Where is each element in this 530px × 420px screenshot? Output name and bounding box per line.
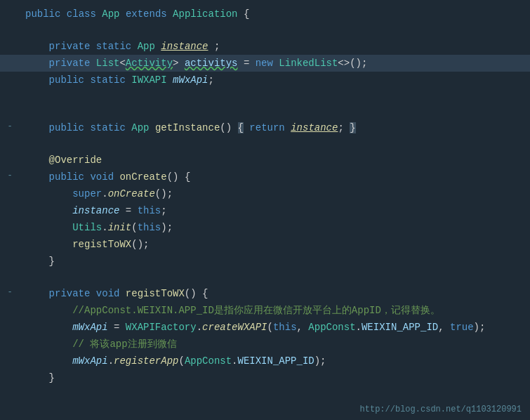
line-content: // 将该app注册到微信 (20, 336, 530, 352)
line-gutter (0, 105, 20, 105)
code-line: @Override (0, 152, 530, 169)
line-content: } (20, 370, 530, 386)
line-gutter (0, 270, 20, 271)
line-gutter (0, 6, 20, 7)
line-content: mWxApi.registerApp(AppConst.WEIXIN_APP_I… (20, 353, 530, 369)
code-line: registToWX(); (0, 236, 530, 253)
line-content: registToWX(); (20, 237, 530, 252)
line-content: public void onCreate() { (20, 169, 530, 185)
line-content: mWxApi = WXAPIFactory.createWXAPI(this, … (20, 320, 530, 335)
line-gutter (0, 72, 20, 73)
code-line: // 将该app注册到微信 (0, 336, 530, 353)
line-gutter (0, 303, 20, 303)
watermark-url: http://blog.csdn.net/q1103120991 (360, 405, 522, 414)
line-content: super.onCreate(); (20, 186, 530, 202)
code-line: private static App instance ; (0, 38, 530, 55)
line-content: Utils.init(this); (20, 220, 530, 235)
line-content: public static IWXAPI mWxApi; (20, 72, 530, 88)
code-line: - public void onCreate() { (0, 169, 530, 185)
line-gutter (0, 370, 20, 371)
code-line: mWxApi = WXAPIFactory.createWXAPI(this, … (0, 319, 530, 336)
code-line: public class App extends Application { (0, 6, 530, 22)
code-line (0, 136, 530, 152)
code-line (0, 104, 530, 119)
line-gutter (0, 336, 20, 337)
code-line (0, 88, 530, 104)
code-line: } (0, 369, 530, 386)
line-gutter (0, 320, 20, 320)
code-line: - private void registToWX() { (0, 285, 530, 302)
code-line: super.onCreate(); (0, 185, 530, 202)
line-gutter (0, 237, 20, 237)
code-line: mWxApi.registerApp(AppConst.WEIXIN_APP_I… (0, 353, 530, 369)
code-line: instance = this; (0, 202, 530, 219)
code-line: public static IWXAPI mWxApi; (0, 72, 530, 88)
code-line: private List<Activity> activitys = new L… (0, 55, 530, 72)
line-gutter (0, 89, 20, 90)
line-content: instance = this; (20, 203, 530, 218)
line-content: public class App extends Application { (20, 6, 530, 22)
line-gutter (0, 220, 20, 221)
code-line (0, 22, 530, 38)
line-gutter (0, 152, 20, 153)
line-gutter (0, 55, 20, 56)
code-line: } (0, 253, 530, 270)
line-gutter (0, 203, 20, 204)
line-content: private void registToWX() { (20, 286, 530, 301)
code-line: Utils.init(this); (0, 219, 530, 236)
code-line (0, 270, 530, 285)
line-content: } (20, 254, 530, 269)
code-line: //AppConst.WEIXIN.APP_ID是指你应用在微信开放平台上的Ap… (0, 302, 530, 319)
line-gutter (0, 23, 20, 24)
line-gutter (0, 254, 20, 254)
line-gutter (0, 353, 20, 354)
line-gutter (0, 39, 20, 39)
line-gutter (0, 186, 20, 187)
line-content: private List<Activity> activitys = new L… (20, 55, 530, 71)
line-gutter: - (0, 286, 20, 297)
line-content: @Override (20, 152, 530, 168)
line-gutter: - (0, 120, 20, 131)
line-content: public static App getInstance() { return… (20, 120, 530, 136)
line-gutter (0, 137, 20, 138)
line-gutter: - (0, 169, 20, 181)
code-editor: public class App extends Application { p… (0, 0, 530, 420)
line-content: private static App instance ; (20, 39, 530, 54)
code-line: - public static App getInstance() { retu… (0, 119, 530, 136)
line-content: //AppConst.WEIXIN.APP_ID是指你应用在微信开放平台上的Ap… (20, 303, 530, 318)
